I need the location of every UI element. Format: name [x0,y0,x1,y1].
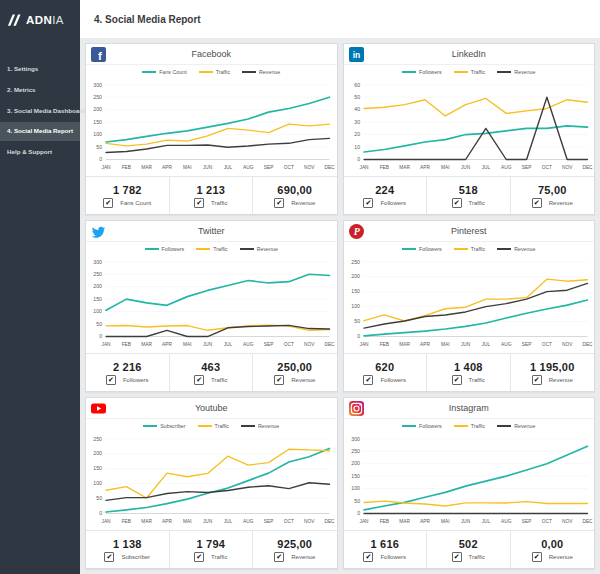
y-tick-label: 250 [93,271,102,277]
x-tick-label: DEC [582,519,593,524]
stat-checkbox[interactable]: ✔ [274,375,284,385]
stat-value: 1 408 [454,361,483,373]
x-tick-label: JAN [359,342,369,347]
legend-swatch [497,425,511,427]
y-tick-label: 100 [93,480,102,486]
panel-pinterest: P Pinterest FollowersTrafficRevenue 0501… [343,220,596,392]
series-line-traffic [364,279,587,321]
series-line-revenue [106,138,329,152]
x-tick-label: MAR [399,519,410,524]
x-tick-label: APR [420,342,430,347]
legend-item-revenue: Revenue [497,246,535,252]
x-tick-label: MAR [141,519,152,524]
x-tick-label: SEP [264,165,274,170]
stats-row: 2 216✔Followers463✔Traffic250,00✔Revenue [86,353,337,391]
legend-item-traffic: Traffic [198,423,229,429]
x-tick-label: JUL [481,519,490,524]
stat-value: 502 [459,538,478,550]
svg-text:f: f [98,50,102,62]
stat-label-row: ✔Followers [106,375,149,385]
legend-swatch [240,248,254,250]
sidebar-item-social-media-report[interactable]: 4. Social Media Report [0,122,80,141]
sidebar-item-metrics[interactable]: 2. Metrics [0,81,80,100]
stat-checkbox[interactable]: ✔ [452,375,462,385]
stat-checkbox[interactable]: ✔ [532,198,542,208]
legend-swatch [402,248,416,250]
stat-label-row: ✔Revenue [274,198,315,208]
stat-checkbox[interactable]: ✔ [532,552,542,562]
stat-label-row: ✔Followers [363,375,406,385]
legend-label: Followers [419,246,442,252]
stat-cell-followers: 1 616✔Followers [344,531,428,568]
y-tick-label: 250 [93,436,102,442]
stat-checkbox[interactable]: ✔ [103,198,113,208]
legend-label: Traffic [471,423,485,429]
sidebar-item-social-media-dashboard[interactable]: 3. Social Media Dashboard [0,102,80,121]
panel-header: Instagram [344,398,595,419]
stat-value: 1 138 [113,538,142,550]
facebook-icon: f [91,47,106,62]
stat-cell-followers: 2 216✔Followers [86,354,170,391]
stat-checkbox[interactable]: ✔ [363,552,373,562]
legend-swatch [402,71,416,73]
y-tick-label: 40 [354,107,360,113]
y-tick-label: 0 [357,333,360,339]
stat-checkbox[interactable]: ✔ [452,552,462,562]
y-tick-label: 50 [354,94,360,100]
x-tick-label: AUG [501,519,512,524]
youtube-icon [91,401,106,416]
stat-checkbox[interactable]: ✔ [104,552,114,562]
x-tick-label: JUN [460,519,470,524]
x-tick-label: APR [162,519,172,524]
stat-checkbox[interactable]: ✔ [363,198,373,208]
svg-text:P: P [353,226,360,237]
stat-label: Traffic [211,200,227,206]
stat-label: Revenue [549,200,573,206]
stat-label: Traffic [211,377,227,383]
series-line-followers [106,274,329,310]
line-chart: 050100150200250300JANFEBMARAPRMAIJUNJULA… [344,432,595,530]
x-tick-label: MAI [183,519,192,524]
y-tick-label: 150 [351,289,360,295]
stat-checkbox[interactable]: ✔ [363,375,373,385]
stat-checkbox[interactable]: ✔ [274,198,284,208]
panel-twitter: Twitter FollowersTrafficRevenue 05010015… [85,220,338,392]
y-tick-label: 50 [354,318,360,324]
stat-checkbox[interactable]: ✔ [452,198,462,208]
x-tick-label: DEC [324,519,335,524]
x-tick-label: NOV [561,342,572,347]
stat-checkbox[interactable]: ✔ [106,375,116,385]
panel-facebook: f Facebook Fans CountTrafficRevenue 0501… [85,43,338,215]
legend-label: Revenue [514,69,535,75]
stat-label-row: ✔Traffic [194,375,227,385]
x-tick-label: JAN [359,165,369,170]
x-tick-label: JUL [224,519,233,524]
y-tick-label: 20 [354,131,360,137]
x-tick-label: JUL [224,342,233,347]
stat-checkbox[interactable]: ✔ [194,552,204,562]
x-tick-label: SEP [264,519,274,524]
series-line-revenue [364,97,587,159]
legend-swatch [402,425,416,427]
x-tick-label: APR [162,342,172,347]
x-tick-label: OCT [541,342,551,347]
panel-header: Youtube [86,398,337,419]
y-tick-label: 200 [93,107,102,113]
legend-swatch [142,71,156,73]
page-title: 4. Social Media Report [94,14,201,25]
series-line-traffic [364,98,587,115]
sidebar-item-settings[interactable]: 1. Settings [0,60,80,79]
legend-item-traffic: Traffic [199,69,230,75]
stat-cell-subscriber: 1 138✔Subscriber [86,531,170,568]
stat-value: 1 794 [196,538,225,550]
stat-checkbox[interactable]: ✔ [274,552,284,562]
stat-label-row: ✔Revenue [274,375,315,385]
stat-label-row: ✔Revenue [532,198,573,208]
stat-checkbox[interactable]: ✔ [194,375,204,385]
legend-item-traffic: Traffic [454,246,485,252]
stat-checkbox[interactable]: ✔ [194,198,204,208]
stat-checkbox[interactable]: ✔ [532,375,542,385]
legend-label: Followers [419,423,442,429]
stat-label-row: ✔Revenue [274,552,315,562]
sidebar-item-help-support[interactable]: Help & Support [0,143,80,162]
